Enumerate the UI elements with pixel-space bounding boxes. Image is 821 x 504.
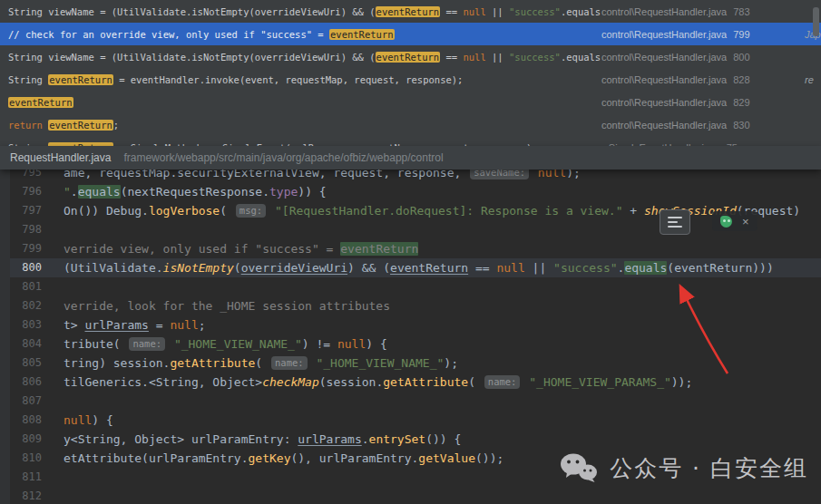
editor-line[interactable]: 807 [0, 392, 821, 411]
code-token: null [538, 170, 566, 179]
code-token: null [463, 6, 485, 17]
breadcrumb-file-name[interactable]: RequestHandler.java [10, 151, 111, 164]
breadcrumb-file-path[interactable]: framework/webapp/src/main/java/org/apach… [123, 151, 443, 164]
code-token: equals [78, 185, 121, 199]
code-token: null [463, 52, 485, 63]
editor-line[interactable]: 797On()) Debug.logVerbose( msg: "[Reques… [0, 201, 821, 220]
result-row[interactable]: String eventReturn = SimpleMethod.runSim… [0, 136, 821, 146]
code-token: equals [624, 261, 667, 275]
line-code [42, 392, 821, 411]
code-token: == [440, 6, 463, 17]
line-code: On()) Debug.logVerbose( msg: "[RequestHa… [42, 201, 821, 220]
result-row[interactable]: String viewName = (UtilValidate.isNotEmp… [0, 0, 821, 23]
result-code-preview: String viewName = (UtilValidate.isNotEmp… [8, 52, 601, 63]
result-line-number: 830 [733, 120, 749, 131]
code-token: eventReturn [340, 242, 418, 256]
result-file: control\RequestHandler.java [601, 52, 727, 63]
editor-line[interactable]: 796".equals(nextRequestResponse.type)) { [0, 182, 821, 201]
result-row[interactable]: String eventReturn = eventHandler.invoke… [0, 68, 821, 91]
code-token: eventReturn [48, 120, 113, 131]
code-token: On()) Debug. [64, 204, 149, 218]
wrap-lines-icon [668, 226, 682, 228]
editor-breadcrumb-bar: RequestHandler.java framework/webapp/src… [0, 146, 821, 170]
code-token: tribute( [64, 337, 127, 351]
code-token: isNotEmpty [163, 261, 234, 275]
code-token: ( [234, 261, 241, 275]
result-location: control\RequestHandler.java783 [601, 6, 738, 17]
code-token: eventReturn [376, 52, 441, 63]
results-scrollbar-thumb[interactable] [813, 7, 819, 36]
code-token: || [486, 6, 509, 17]
editor-line[interactable]: 800(UtilValidate.isNotEmpty(overrideView… [0, 258, 821, 277]
watermark-text: 公众号 · 白安全组 [610, 453, 808, 483]
code-token: ame, requestMap.securityExternalView, re… [64, 170, 468, 179]
code-token: == [440, 52, 463, 63]
line-code: tribute( name: "_HOME_VIEW_NAME_") != nu… [42, 334, 821, 354]
code-token: tilGenerics.<String, Object> [64, 375, 262, 389]
code-token: || [486, 52, 509, 63]
editor-line[interactable]: 809y<String, Object> urlParamEntry: urlP… [0, 430, 821, 449]
code-token: ); [444, 356, 458, 370]
code-token: ; [199, 318, 206, 332]
code-token: eventReturn [390, 261, 468, 275]
code-token: entrySet [369, 432, 426, 446]
editor-line[interactable]: 799verride view, only used if "success" … [0, 239, 821, 258]
code-token: .equals( [561, 6, 601, 17]
code-token: "success" [509, 52, 561, 63]
line-code: ame, requestMap.securityExternalView, re… [42, 170, 821, 182]
result-row[interactable]: String viewName = (UtilValidate.isNotEmp… [0, 45, 821, 68]
close-icon[interactable]: × [742, 216, 749, 228]
code-token: getValue [418, 451, 475, 465]
line-code: (UtilValidate.isNotEmpty(overrideViewUri… [42, 258, 821, 277]
editor-left-strip [0, 170, 10, 504]
editor-line[interactable]: 808null) { [0, 411, 821, 430]
code-token [268, 204, 275, 218]
param-hint: saveName: [470, 170, 529, 179]
screenshot-tool-pill[interactable]: × [712, 211, 757, 231]
wrap-lines-button[interactable] [660, 209, 690, 235]
editor-line[interactable]: 812 [0, 487, 821, 504]
result-location: control\RequestHandler.java830 [601, 120, 738, 131]
editor-line[interactable]: 804tribute( name: "_HOME_VIEW_NAME_") !=… [0, 334, 821, 354]
code-token: .equals( [561, 52, 601, 63]
editor-line[interactable]: 806tilGenerics.<String, Object>checkMap(… [0, 373, 821, 392]
result-location: control\RequestHandler.java829 [601, 97, 738, 108]
code-token: "_HOME_VIEW_NAME_" [316, 356, 444, 370]
line-code: ".equals(nextRequestResponse.type)) { [42, 182, 821, 201]
result-code-preview: eventReturn [8, 97, 601, 108]
code-token: checkMap [262, 375, 319, 389]
code-token: null [170, 318, 198, 332]
code-token: ) != [302, 337, 337, 351]
result-file: control\RequestHandler.java [601, 29, 727, 40]
result-row[interactable]: // check for an override view, only used… [0, 23, 821, 45]
editor-line[interactable]: 803t> urlParams = null; [0, 315, 821, 334]
code-token: verride view, only used if "success" = [64, 242, 340, 256]
code-token: (nextRequestResponse. [121, 185, 269, 199]
editor-line[interactable]: 798 [0, 220, 821, 239]
result-location: control\RequestHandler.java800 [601, 52, 738, 63]
code-token: y<String, Object> urlParamEntry: [64, 432, 298, 446]
result-line-number: 783 [733, 6, 749, 17]
param-hint: msg: [236, 204, 266, 218]
code-token: eventReturn [376, 6, 441, 17]
code-token: ()) { [425, 432, 461, 446]
editor-line[interactable]: 805tring) session.getAttribute( name: "_… [0, 354, 821, 373]
screenshot-tool-icon[interactable] [720, 216, 732, 228]
result-line-number: 800 [733, 52, 749, 63]
editor-line[interactable]: 795ame, requestMap.securityExternalView,… [0, 170, 821, 182]
ide-window: String viewName = (UtilValidate.isNotEmp… [0, 0, 821, 504]
result-row[interactable]: eventReturncontrol\RequestHandler.java82… [0, 91, 821, 113]
line-code: t> urlParams = null; [42, 315, 821, 334]
param-hint: name: [484, 375, 521, 389]
result-row[interactable]: return eventReturn;control\RequestHandle… [0, 113, 821, 136]
editor-line[interactable]: 801 [0, 277, 821, 296]
result-code-preview: String eventReturn = eventHandler.invoke… [8, 74, 601, 85]
result-location: control\RequestHandler.java799 [601, 29, 738, 40]
code-token: "[RequestHandler.doRequest]: Response is… [275, 204, 623, 218]
code-token: "_HOME_VIEW_PARAMS_" [529, 375, 671, 389]
line-code: null) { [42, 411, 821, 430]
wrap-lines-icon [668, 217, 682, 218]
editor-line[interactable]: 802verride, look for the _HOME session a… [0, 296, 821, 315]
code-token: ( [255, 356, 269, 370]
code-token: + [623, 204, 644, 218]
